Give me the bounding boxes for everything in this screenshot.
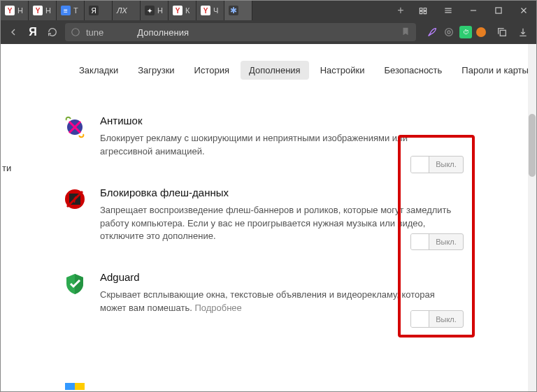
- nav-security[interactable]: Безопасность: [375, 61, 450, 80]
- left-cut-text: ти: [2, 163, 11, 173]
- toggle-label: Выкл.: [429, 315, 463, 324]
- browser-tab[interactable]: ≡Т: [57, 1, 85, 20]
- nav-downloads[interactable]: Загрузки: [129, 61, 182, 80]
- orange-dot-icon[interactable]: [476, 27, 486, 37]
- nav-history[interactable]: История: [186, 61, 238, 80]
- nav-settings[interactable]: Настройки: [312, 61, 373, 80]
- toggle-label: Выкл.: [429, 160, 463, 168]
- svg-rect-0: [496, 8, 501, 13]
- reload-button[interactable]: [44, 24, 61, 41]
- browser-tab[interactable]: ✦Н: [141, 1, 169, 20]
- copy-icon[interactable]: [493, 23, 511, 41]
- toggle-label: Выкл.: [429, 238, 463, 246]
- scrollbar-thumb[interactable]: [529, 114, 536, 177]
- toggle-knob: [411, 311, 429, 327]
- more-link[interactable]: Подробнее: [194, 303, 241, 313]
- scrollbar[interactable]: [528, 44, 536, 392]
- extension-title: Антишок: [100, 115, 459, 126]
- antishock-icon: [62, 115, 87, 140]
- toggle-highlight-box: Выкл. Выкл. Выкл.: [398, 135, 475, 337]
- nav-bookmarks[interactable]: Закладки: [71, 61, 127, 80]
- nav-passwords[interactable]: Пароли и карты: [453, 61, 536, 80]
- adguard-icon: [62, 271, 87, 296]
- close-button[interactable]: [511, 1, 536, 20]
- collections-icon[interactable]: [410, 1, 436, 20]
- address-bar: Я tune Дополнения ⏱: [1, 20, 536, 44]
- nav-addons[interactable]: Дополнения: [241, 61, 309, 80]
- settings-nav: Закладки Загрузки История Дополнения Нас…: [1, 44, 536, 92]
- browser-tab-active[interactable]: ✱: [224, 1, 252, 20]
- browser-tab[interactable]: YН: [29, 1, 57, 20]
- svg-rect-4: [500, 30, 506, 36]
- address-field[interactable]: tune Дополнения: [65, 23, 416, 41]
- page-title: Дополнения: [137, 27, 189, 38]
- new-tab-button[interactable]: +: [391, 1, 410, 20]
- bookmark-icon[interactable]: [401, 27, 410, 38]
- browser-tab[interactable]: ЛХ: [113, 1, 141, 20]
- window-titlebar: YН YН ≡Т Я ЛХ ✦Н YК YЧ ✱ +: [1, 1, 536, 20]
- svg-point-1: [72, 29, 80, 36]
- minimize-button[interactable]: [461, 1, 486, 20]
- back-button[interactable]: [5, 24, 22, 41]
- window-controls: [410, 1, 536, 20]
- browser-tab[interactable]: YН: [1, 1, 29, 20]
- toggle-antishock[interactable]: Выкл.: [410, 156, 464, 173]
- toggle-knob: [411, 157, 429, 173]
- maximize-button[interactable]: [486, 1, 511, 20]
- toggle-flash-block[interactable]: Выкл.: [410, 233, 464, 251]
- yandex-logo-icon[interactable]: Я: [26, 26, 40, 38]
- svg-rect-11: [65, 383, 75, 390]
- download-icon[interactable]: [514, 23, 532, 41]
- url-text: tune: [86, 27, 103, 38]
- menu-icon[interactable]: [436, 1, 461, 20]
- flash-block-icon: f: [62, 187, 87, 212]
- feather-icon[interactable]: [426, 26, 438, 38]
- svg-point-2: [445, 29, 453, 36]
- browser-tabs: YН YН ≡Т Я ЛХ ✦Н YК YЧ ✱: [1, 1, 391, 20]
- extension-icons: ⏱: [426, 26, 486, 38]
- toggle-knob: [411, 234, 429, 250]
- browser-tab[interactable]: YК: [169, 1, 196, 20]
- svg-point-3: [448, 31, 450, 34]
- browser-tab[interactable]: Я: [85, 1, 113, 20]
- toggle-adguard[interactable]: Выкл.: [410, 310, 464, 328]
- target-icon[interactable]: [443, 26, 455, 38]
- green-badge-icon[interactable]: ⏱: [459, 26, 472, 38]
- next-row-fragment: [62, 380, 87, 390]
- page-content: Закладки Загрузки История Дополнения Нас…: [1, 44, 536, 392]
- page-info-icon: [71, 27, 80, 37]
- browser-tab[interactable]: YЧ: [196, 1, 224, 20]
